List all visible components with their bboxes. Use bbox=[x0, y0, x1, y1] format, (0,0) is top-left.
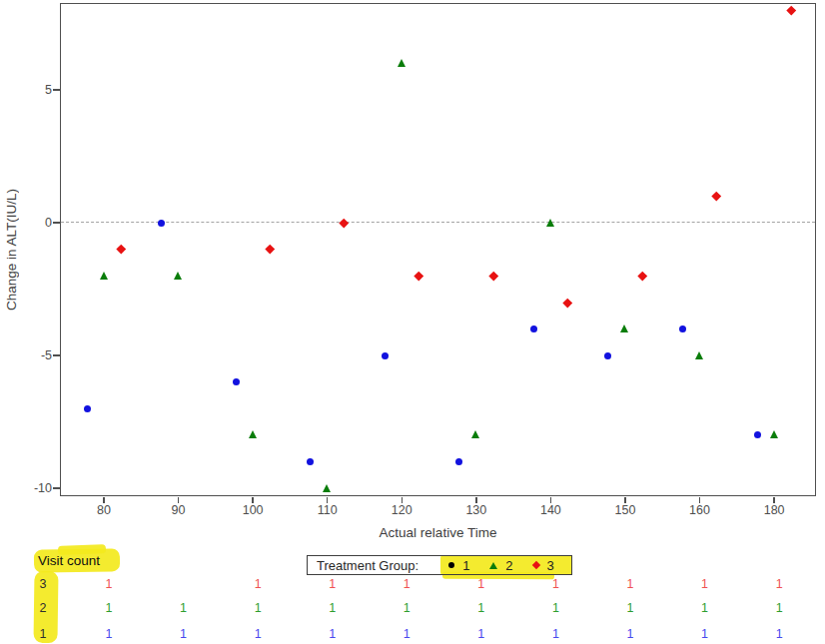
visit-count-value: 1 bbox=[99, 601, 119, 615]
visit-count-value: 1 bbox=[769, 577, 789, 591]
legend-entry-2: 2 bbox=[489, 558, 512, 573]
zero-reference-line bbox=[61, 222, 815, 223]
scatter-point-group-1 bbox=[679, 325, 686, 332]
visit-count-value: 1 bbox=[695, 601, 715, 615]
x-tick-label: 120 bbox=[382, 503, 421, 517]
x-tick-label: 180 bbox=[754, 503, 794, 517]
visit-count-value: 1 bbox=[695, 577, 715, 591]
visit-count-title: Visit count bbox=[38, 553, 100, 568]
diamond-legend-icon bbox=[531, 561, 539, 569]
y-tick-label: -10 bbox=[18, 481, 52, 495]
visit-count-value: 1 bbox=[545, 601, 565, 615]
x-tick-label: 110 bbox=[308, 503, 348, 517]
scatter-point-group-2 bbox=[471, 430, 479, 438]
scatter-point-group-2 bbox=[546, 219, 554, 227]
legend-entry-label: 3 bbox=[547, 558, 554, 573]
plot-area bbox=[60, 3, 816, 496]
x-tick-label: 140 bbox=[530, 503, 570, 517]
scatter-point-group-1 bbox=[382, 352, 389, 359]
scatter-point-group-2 bbox=[620, 324, 628, 332]
scatter-point-group-1 bbox=[530, 325, 537, 332]
visit-count-value: 1 bbox=[471, 601, 491, 615]
legend-entry-3: 3 bbox=[533, 558, 554, 573]
legend-entry-label: 1 bbox=[462, 558, 469, 573]
legend: Treatment Group: 123 bbox=[307, 555, 572, 575]
visit-count-value: 1 bbox=[397, 577, 416, 591]
scatter-point-group-2 bbox=[770, 430, 778, 438]
visit-row-label-1: 1 bbox=[34, 627, 52, 641]
scatter-point-group-2 bbox=[695, 351, 703, 359]
y-tick-mark bbox=[53, 354, 60, 356]
visit-count-value: 1 bbox=[323, 577, 343, 591]
visit-count-value: 1 bbox=[545, 627, 565, 641]
x-tick-label: 100 bbox=[233, 503, 273, 517]
visit-count-value: 1 bbox=[99, 627, 119, 641]
y-tick-label: 0 bbox=[18, 216, 52, 230]
visit-count-value: 1 bbox=[397, 627, 416, 641]
visit-count-value: 1 bbox=[545, 577, 565, 591]
scatter-point-group-2 bbox=[249, 430, 257, 438]
visit-count-value: 1 bbox=[248, 601, 268, 615]
visit-row-label-3: 3 bbox=[34, 577, 52, 591]
legend-entries: 123 bbox=[448, 558, 554, 573]
legend-entry-1: 1 bbox=[448, 558, 469, 573]
visit-count-value: 1 bbox=[695, 627, 715, 641]
visit-count-value: 1 bbox=[323, 601, 343, 615]
scatter-point-group-2 bbox=[174, 272, 182, 280]
visit-row-label-2: 2 bbox=[34, 601, 52, 615]
x-tick-label: 150 bbox=[605, 503, 645, 517]
visit-count-value: 1 bbox=[174, 627, 194, 641]
y-tick-label: -5 bbox=[18, 348, 52, 362]
y-tick-label: 5 bbox=[18, 83, 52, 97]
y-tick-mark bbox=[53, 222, 60, 224]
x-tick-label: 130 bbox=[456, 503, 496, 517]
scatter-point-group-1 bbox=[233, 378, 240, 385]
visit-count-value: 1 bbox=[248, 627, 268, 641]
y-tick-mark bbox=[53, 487, 60, 489]
visit-count-value: 1 bbox=[769, 627, 789, 641]
visit-count-value: 1 bbox=[99, 577, 119, 591]
visit-count-value: 1 bbox=[471, 577, 491, 591]
visit-count-value: 1 bbox=[248, 577, 268, 591]
visit-count-value: 1 bbox=[323, 627, 343, 641]
scatter-point-group-2 bbox=[100, 272, 108, 280]
scatter-point-group-2 bbox=[323, 484, 331, 492]
y-tick-mark bbox=[53, 89, 60, 91]
visit-count-value: 1 bbox=[620, 627, 640, 641]
scatter-point-group-1 bbox=[158, 220, 165, 227]
visit-count-value: 1 bbox=[769, 601, 789, 615]
visit-count-value: 1 bbox=[471, 627, 491, 641]
legend-title: Treatment Group: bbox=[317, 558, 418, 573]
legend-entry-label: 2 bbox=[505, 558, 512, 573]
triangle-legend-icon bbox=[489, 562, 497, 569]
scatter-point-group-2 bbox=[398, 59, 406, 67]
x-tick-label: 80 bbox=[84, 503, 124, 517]
visit-count-value: 1 bbox=[397, 601, 416, 615]
circle-legend-icon bbox=[448, 562, 454, 568]
chart-canvas: Change in ALT(IU/L) Actual relative Time… bbox=[0, 0, 825, 644]
x-axis-title: Actual relative Time bbox=[60, 525, 816, 540]
visit-count-value: 1 bbox=[620, 601, 640, 615]
visit-count-value: 1 bbox=[620, 577, 640, 591]
x-tick-label: 160 bbox=[680, 503, 720, 517]
visit-count-value: 1 bbox=[174, 601, 194, 615]
scatter-point-group-1 bbox=[84, 405, 91, 412]
x-tick-label: 90 bbox=[159, 503, 199, 517]
y-axis-title: Change in ALT(IU/L) bbox=[4, 3, 22, 496]
